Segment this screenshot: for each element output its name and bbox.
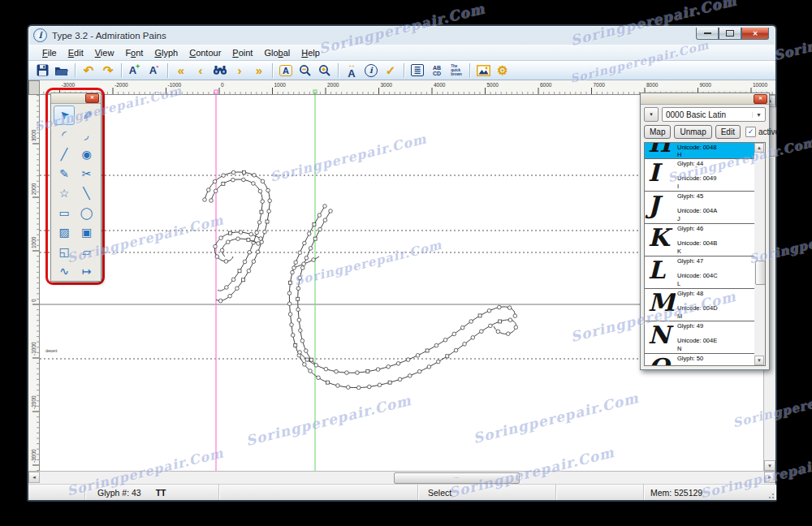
next-glyph-button[interactable]: › <box>231 63 248 79</box>
corner-point-tool-icon: ◞ <box>84 128 89 141</box>
zoom-out-button[interactable] <box>296 63 314 79</box>
active-checkbox[interactable]: ✓ <box>745 127 756 137</box>
block-dropdown-button[interactable]: ▾ <box>644 107 659 122</box>
app-icon: i <box>33 28 47 42</box>
curve-point-tool[interactable]: ◜ <box>54 125 75 144</box>
preview-button[interactable]: A <box>277 63 295 79</box>
combo-arrow-icon[interactable]: ▼ <box>752 112 765 118</box>
save-button[interactable] <box>33 63 51 79</box>
glyph-thumbnail: N <box>645 321 676 353</box>
image-button[interactable] <box>474 63 492 79</box>
redo-button[interactable]: ↷ <box>99 63 117 79</box>
prev-glyph-button[interactable]: ‹ <box>192 63 209 79</box>
sample-text-button[interactable]: Thequickbrown <box>447 63 465 79</box>
corner-point-tool[interactable]: ◞ <box>76 125 97 144</box>
menu-glyph[interactable]: Glyph <box>149 46 184 59</box>
select-tool[interactable]: ➤ <box>54 106 75 125</box>
list-scroll-thumb[interactable] <box>755 261 766 285</box>
measure-tool[interactable]: ▨ <box>54 222 75 242</box>
info-button[interactable]: i <box>362 63 380 79</box>
glyph-list-scrollbar[interactable]: ▲ ▼ <box>754 143 765 365</box>
settings-button[interactable]: ⚙ <box>494 63 512 79</box>
tangent-point-tool[interactable]: ╱ <box>54 144 75 164</box>
glyph-unicode-label: Unicode: 004D <box>677 304 754 312</box>
unicode-block-select[interactable]: 0000 Basic Latin ▼ <box>662 107 766 122</box>
node-pen-tool-icon: ✎ <box>80 110 93 120</box>
rectangle-tool[interactable]: ▭ <box>54 203 75 222</box>
pencil-tool[interactable]: ✎ <box>54 164 75 183</box>
svg-text:6000: 6000 <box>540 82 552 88</box>
menu-help[interactable]: Help <box>296 46 326 59</box>
resize-grip[interactable] <box>766 490 775 500</box>
scroll-left-icon[interactable]: ◄ <box>28 472 40 483</box>
glyph-row-L[interactable]: LGlyph: 47Unicode: 004CL <box>645 257 754 289</box>
node-pen-tool[interactable]: ✎ <box>76 106 97 125</box>
palette-close-button[interactable]: ✕ <box>85 93 99 103</box>
canvas-horizontal-scrollbar[interactable]: ◄ ⋯ ► <box>28 471 775 484</box>
menu-global[interactable]: Global <box>258 46 296 59</box>
glyph-row-H[interactable]: HUnicode: 0048H <box>645 143 754 159</box>
unmap-button[interactable]: Unmap <box>674 125 711 139</box>
metrics-button[interactable]: ↔A <box>343 63 361 79</box>
glyph-row-N[interactable]: NGlyph: 49Unicode: 004EN <box>645 321 754 354</box>
glyph-row-K[interactable]: KGlyph: 46Unicode: 004BK <box>645 224 754 257</box>
maximize-button[interactable] <box>719 28 741 40</box>
glyph-row-M[interactable]: MGlyph: 48Unicode: 004DM <box>645 289 754 321</box>
menu-file[interactable]: File <box>37 46 63 59</box>
validate-button[interactable]: ✓ <box>382 63 400 79</box>
glyph-row-J[interactable]: JGlyph: 45Unicode: 004AJ <box>645 192 754 224</box>
glyph-panel-title-bar[interactable]: ✕ <box>641 93 769 105</box>
svg-text:0: 0 <box>31 299 37 302</box>
svg-text:-2000: -2000 <box>114 82 128 88</box>
glyph-number-label: Glyph: 48 <box>677 290 754 297</box>
knife-tool[interactable]: ✂ <box>76 164 97 183</box>
minimize-button[interactable] <box>696 28 719 40</box>
copy-contour-tool[interactable]: ▣ <box>76 222 97 242</box>
glyph-row-O[interactable]: OGlyph: 50 <box>645 354 754 366</box>
freehand-tool[interactable]: ∿ <box>54 261 75 281</box>
title-bar[interactable]: i Type 3.2 - Admiration Pains ✕ <box>28 26 775 45</box>
star-tool[interactable]: ☆ <box>54 183 75 203</box>
list-scroll-up-icon[interactable]: ▲ <box>754 143 764 153</box>
last-glyph-button[interactable]: » <box>250 63 268 79</box>
add-point-tool[interactable]: ◉ <box>76 144 97 164</box>
open-button[interactable] <box>53 63 71 79</box>
watermark-text: Soringperepair.Com <box>772 9 812 63</box>
map-button[interactable]: Map <box>644 125 671 139</box>
glyph-char-label: I <box>677 183 754 190</box>
first-glyph-button[interactable]: « <box>172 63 190 79</box>
close-button[interactable]: ✕ <box>741 28 769 40</box>
glyph-panel-close-button[interactable]: ✕ <box>754 94 767 104</box>
glyph-unicode-label: Unicode: 004B <box>677 239 754 247</box>
scroll-down-icon[interactable]: ▼ <box>764 460 775 471</box>
skew-tool[interactable]: ▱ <box>76 242 97 261</box>
menu-contour[interactable]: Contour <box>184 46 227 59</box>
menu-view[interactable]: View <box>89 46 120 59</box>
svg-text:9000: 9000 <box>700 82 712 88</box>
status-memory: Mem: 525129 <box>644 488 702 498</box>
scroll-right-icon[interactable]: ► <box>764 472 775 483</box>
scale-tool[interactable]: ◱ <box>54 242 75 261</box>
glyph-list-button[interactable]: ≣ <box>408 63 426 79</box>
palette-title-bar[interactable]: ✕ <box>51 93 101 104</box>
menu-point[interactable]: Point <box>227 46 258 59</box>
list-scroll-down-icon[interactable]: ▼ <box>754 356 764 365</box>
menu-font[interactable]: Font <box>119 46 149 59</box>
delete-glyph-button[interactable]: A▪ <box>145 63 163 79</box>
glyph-row-I[interactable]: IGlyph: 44Unicode: 0049I <box>645 159 754 192</box>
edit-button[interactable]: Edit <box>715 125 741 139</box>
ellipse-tool[interactable]: ◯ <box>76 203 97 222</box>
undo-button[interactable]: ↶ <box>80 63 97 79</box>
move-tool[interactable]: ↦ <box>76 261 97 281</box>
menu-bar: FileEditViewFontGlyphContourPointGlobalH… <box>28 45 775 61</box>
hscroll-thumb[interactable]: ⋯ <box>394 472 520 484</box>
add-glyph-button[interactable]: A+ <box>126 63 144 79</box>
add-point-tool-icon: ◉ <box>81 148 91 161</box>
find-glyph-button[interactable] <box>211 63 229 79</box>
compare-button[interactable]: ABCD <box>428 63 446 79</box>
zoom-in-button[interactable] <box>316 63 334 79</box>
image-icon <box>477 65 490 76</box>
line-tool[interactable]: ╲ <box>76 183 97 203</box>
menu-edit[interactable]: Edit <box>63 46 89 59</box>
glyph-thumbnail: J <box>645 192 676 223</box>
